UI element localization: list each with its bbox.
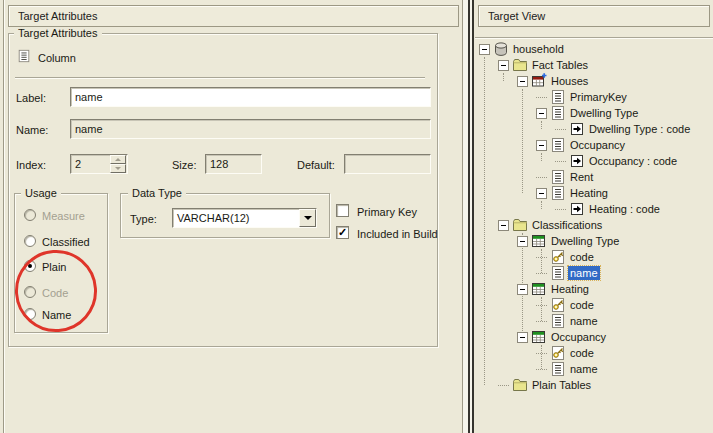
tree-item-occupancy-column[interactable]: Occupancy xyxy=(477,137,711,153)
collapse-expander-icon[interactable] xyxy=(536,108,547,119)
collapse-expander-icon[interactable] xyxy=(517,76,528,87)
data-type-group-title: Data Type xyxy=(128,187,186,199)
collapse-expander-icon[interactable] xyxy=(517,332,528,343)
separator-line xyxy=(15,77,425,79)
left-pane-caption: Target Attributes xyxy=(8,5,459,27)
tree-item-occupancy-name[interactable]: name xyxy=(477,361,711,377)
link-icon xyxy=(569,153,585,169)
collapse-expander-icon[interactable] xyxy=(536,140,547,151)
tree-connector-stub xyxy=(536,305,547,306)
radio-classified-label[interactable]: Classified xyxy=(42,236,90,248)
primary-key-checkbox[interactable] xyxy=(336,204,349,217)
tree-item-heating-name[interactable]: name xyxy=(477,313,711,329)
name-field-label: Name: xyxy=(16,124,48,136)
key-column-icon xyxy=(550,249,566,265)
size-readonly-field: 128 xyxy=(205,154,262,174)
default-field-label: Default: xyxy=(297,159,335,171)
folder-icon xyxy=(512,217,528,233)
column-icon xyxy=(550,313,566,329)
label-input[interactable] xyxy=(70,87,431,107)
column-icon xyxy=(550,169,566,185)
collapse-expander-icon[interactable] xyxy=(498,220,509,231)
link-icon xyxy=(569,201,585,217)
tree-item-heating-column[interactable]: Heating xyxy=(477,185,711,201)
included-in-build-label[interactable]: Included in Build xyxy=(357,228,438,240)
tree-item-dwelling-type-code-link[interactable]: Dwelling Type : code xyxy=(477,121,711,137)
column-icon xyxy=(550,89,566,105)
collapse-expander-icon[interactable] xyxy=(498,60,509,71)
tree-item-houses[interactable]: Houses xyxy=(477,73,711,89)
splitter-dark-line xyxy=(472,0,474,433)
tree-item-occupancy-code-link[interactable]: Occupancy : code xyxy=(477,153,711,169)
tree-area-separator xyxy=(475,37,713,39)
dropdown-button[interactable] xyxy=(299,209,316,227)
column-icon xyxy=(550,361,566,377)
down-arrow-icon xyxy=(115,167,121,170)
tree-item-occupancy-class[interactable]: Occupancy xyxy=(477,329,711,345)
tree-item-heating-code[interactable]: code xyxy=(477,297,711,313)
tree-item-rent[interactable]: Rent xyxy=(477,169,711,185)
tree-item-dwelling-type-column[interactable]: Dwelling Type xyxy=(477,105,711,121)
tree-connector-stub xyxy=(536,353,547,354)
right-pane-title: Target View xyxy=(488,10,545,22)
target-attributes-group-title: Target Attributes xyxy=(14,27,102,39)
tree-item-primarykey[interactable]: PrimaryKey xyxy=(477,89,711,105)
left-pane-title: Target Attributes xyxy=(18,10,98,22)
target-view-tree: household Fact Tables Houses PrimaryKey … xyxy=(477,41,711,393)
included-in-build-checkbox[interactable]: ✓ xyxy=(336,226,349,239)
spin-down-button xyxy=(110,164,126,173)
tree-item-heating-code-link[interactable]: Heating : code xyxy=(477,201,711,217)
dropdown-arrow-icon xyxy=(304,216,312,220)
tree-item-dwelling-type-code[interactable]: code xyxy=(477,249,711,265)
default-readonly-field xyxy=(344,154,431,174)
database-icon xyxy=(493,41,509,57)
column-icon xyxy=(550,185,566,201)
column-icon xyxy=(550,137,566,153)
tree-item-dwelling-type-class[interactable]: Dwelling Type xyxy=(477,233,711,249)
tree-item-heating-class[interactable]: Heating xyxy=(477,281,711,297)
left-pane-frame-highlight xyxy=(4,0,5,433)
collapse-expander-icon[interactable] xyxy=(517,284,528,295)
tree-connector-stub xyxy=(498,385,509,386)
name-readonly-field: name xyxy=(70,119,431,139)
tree-item-household[interactable]: household xyxy=(477,41,711,57)
classification-table-icon xyxy=(531,281,547,297)
classification-table-icon xyxy=(531,233,547,249)
tree-item-dwelling-type-name-selected[interactable]: name xyxy=(477,265,711,281)
usage-group-title: Usage xyxy=(21,187,61,199)
tree-item-occupancy-code[interactable]: code xyxy=(477,345,711,361)
tree-connector-stub xyxy=(536,321,547,322)
column-icon xyxy=(550,105,566,121)
column-icon xyxy=(550,265,566,281)
size-field-label: Size: xyxy=(172,159,196,171)
folder-icon xyxy=(512,57,528,73)
column-icon xyxy=(17,49,31,63)
tree-connector-stub xyxy=(536,257,547,258)
type-dropdown[interactable]: VARCHAR(12) xyxy=(172,208,317,228)
tree-item-fact-tables[interactable]: Fact Tables xyxy=(477,57,711,73)
radio-classified[interactable] xyxy=(24,235,36,247)
index-spin-buttons xyxy=(110,155,126,173)
index-value: 2 xyxy=(75,158,81,170)
up-arrow-icon xyxy=(115,158,121,161)
tree-connector-stub xyxy=(536,273,547,274)
classification-table-icon xyxy=(531,329,547,345)
tree-connector-stub xyxy=(555,161,566,162)
index-field-label: Index: xyxy=(16,159,46,171)
tree-connector-stub xyxy=(555,209,566,210)
tree-item-classifications[interactable]: Classifications xyxy=(477,217,711,233)
tree-item-plain-tables[interactable]: Plain Tables xyxy=(477,377,711,393)
tree-connector-stub xyxy=(536,97,547,98)
tree-connector-stub xyxy=(536,369,547,370)
type-label: Type: xyxy=(130,213,157,225)
spin-up-button xyxy=(110,155,126,164)
folder-icon xyxy=(512,377,528,393)
label-field-label: Label: xyxy=(16,92,46,104)
primary-key-label[interactable]: Primary Key xyxy=(357,206,417,218)
collapse-expander-icon[interactable] xyxy=(479,44,490,55)
radio-measure-label: Measure xyxy=(42,210,85,222)
column-type-label: Column xyxy=(38,52,76,64)
type-dropdown-value: VARCHAR(12) xyxy=(173,212,299,224)
collapse-expander-icon[interactable] xyxy=(517,236,528,247)
collapse-expander-icon[interactable] xyxy=(536,188,547,199)
